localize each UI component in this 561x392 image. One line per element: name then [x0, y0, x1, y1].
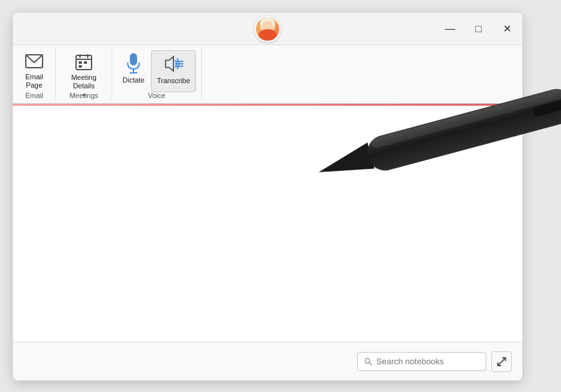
avatar[interactable] [255, 16, 280, 42]
svg-marker-16 [166, 57, 173, 72]
title-bar: — □ ✕ [13, 13, 522, 45]
expand-icon [497, 357, 506, 366]
ribbon-group-meetings: MeetingDetails ▾ Meetings [56, 48, 112, 101]
svg-rect-13 [130, 54, 137, 65]
mic-icon [123, 53, 144, 74]
email-group-items: EmailPage [18, 50, 50, 92]
transcribe-button[interactable]: Transcribe [151, 50, 196, 92]
email-group-label: Email [13, 92, 55, 99]
svg-line-22 [502, 358, 506, 362]
svg-point-2 [262, 22, 273, 34]
meeting-details-label: MeetingDetails [71, 74, 96, 90]
svg-rect-27 [532, 99, 561, 118]
email-icon [24, 53, 44, 70]
svg-point-4 [269, 26, 271, 28]
search-icon [364, 357, 373, 366]
ribbon-group-voice: Dictate [112, 48, 202, 101]
bottom-bar [13, 342, 522, 380]
ribbon-group-email: EmailPage Email [13, 48, 56, 101]
maximize-button[interactable]: □ [471, 21, 486, 37]
svg-rect-11 [84, 61, 87, 64]
ribbon-spacer [202, 48, 522, 101]
meeting-details-button[interactable]: MeetingDetails ▾ [61, 50, 106, 92]
calendar-icon [74, 53, 94, 71]
expand-button[interactable] [491, 351, 512, 372]
svg-point-3 [264, 26, 266, 28]
app-window: — □ ✕ EmailPage [13, 13, 522, 380]
titlebar-controls: — □ ✕ [442, 21, 515, 37]
close-button[interactable]: ✕ [499, 21, 515, 37]
ribbon-row: EmailPage Email [13, 45, 522, 103]
transcribe-icon [163, 54, 184, 74]
meetings-group-label: Meetings [56, 92, 112, 99]
svg-point-20 [365, 358, 369, 363]
minimize-button[interactable]: — [442, 21, 458, 37]
pink-accent-line [13, 104, 522, 106]
search-box[interactable] [357, 352, 486, 371]
svg-line-21 [369, 362, 372, 365]
voice-group-label: Voice [112, 92, 201, 99]
svg-point-1 [260, 17, 275, 29]
meetings-group-items: MeetingDetails ▾ [61, 50, 106, 92]
email-page-label: EmailPage [25, 73, 43, 90]
ribbon: EmailPage Email [13, 45, 522, 104]
svg-rect-12 [79, 65, 82, 68]
search-input[interactable] [377, 357, 479, 366]
voice-group-items: Dictate [117, 50, 196, 92]
dictate-label: Dictate [123, 76, 144, 84]
svg-rect-10 [79, 61, 82, 64]
svg-line-23 [498, 362, 502, 366]
transcribe-label: Transcribe [157, 77, 190, 85]
content-area [13, 104, 522, 336]
email-page-button[interactable]: EmailPage [18, 50, 50, 92]
dictate-button[interactable]: Dictate [117, 50, 150, 92]
